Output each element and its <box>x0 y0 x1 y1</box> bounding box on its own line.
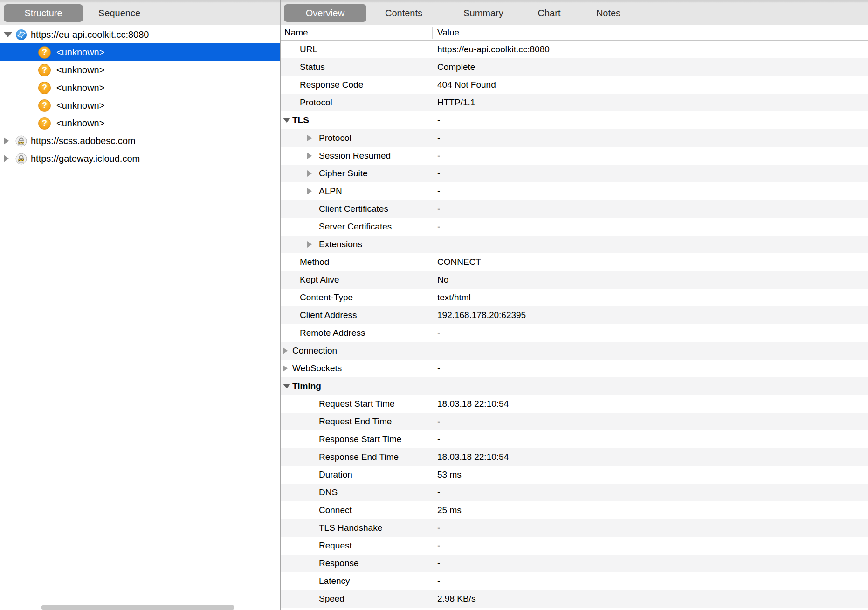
table-row[interactable]: Remote Address - <box>281 324 868 342</box>
table-row[interactable]: TLS - <box>281 111 868 129</box>
disclosure-triangle-icon[interactable] <box>307 135 315 141</box>
row-value: Complete <box>437 62 868 72</box>
row-value: HTTP/1.1 <box>437 97 868 108</box>
table-row[interactable]: Response End Time 18.03.18 22:10:54 <box>281 448 868 466</box>
table-row[interactable]: Kept Alive No <box>281 271 868 289</box>
table-row[interactable]: TLS Handshake - <box>281 519 868 537</box>
table-row[interactable]: Duration 53 ms <box>281 466 868 484</box>
row-name: Protocol <box>319 133 351 143</box>
table-row[interactable]: Server Certificates - <box>281 218 868 236</box>
disclosure-triangle-icon[interactable] <box>307 152 315 159</box>
tree-item-request[interactable]: ? <unknown> <box>0 61 280 79</box>
table-row[interactable]: Request End Time - <box>281 413 868 430</box>
disclosure-triangle-icon[interactable] <box>307 241 315 248</box>
table-row[interactable]: DNS - <box>281 484 868 501</box>
column-header-value[interactable]: Value <box>437 28 459 38</box>
row-name: Connect <box>319 505 352 515</box>
row-value: CONNECT <box>437 257 868 267</box>
row-value: 53 ms <box>437 470 868 480</box>
table-row[interactable]: WebSockets - <box>281 360 868 377</box>
table-row[interactable]: Response Start Time - <box>281 430 868 448</box>
globe-network-icon <box>15 29 27 41</box>
row-value: - <box>437 133 868 143</box>
row-name: Client Certificates <box>319 204 388 214</box>
table-row[interactable]: Cipher Suite - <box>281 165 868 182</box>
tab-structure[interactable]: Structure <box>4 4 83 22</box>
table-row[interactable]: Session Resumed - <box>281 147 868 165</box>
tree-item-request[interactable]: ? <unknown> <box>0 114 280 132</box>
table-row[interactable]: Status Complete <box>281 58 868 76</box>
tab-chart[interactable]: Chart <box>530 4 568 22</box>
tree-item-label: <unknown> <box>56 65 104 76</box>
tree-item-label: <unknown> <box>56 118 104 129</box>
overview-panel: Name Value URL https://eu-api.coolkit.cc… <box>281 26 868 610</box>
disclosure-triangle-icon[interactable] <box>283 118 290 123</box>
row-value: - <box>437 222 868 232</box>
row-name: TLS Handshake <box>319 523 382 533</box>
toolbar: Structure Sequence Overview Contents Sum… <box>0 0 868 25</box>
disclosure-triangle-icon[interactable] <box>307 170 315 177</box>
table-row[interactable]: Speed 2.98 KB/s <box>281 590 868 608</box>
disclosure-triangle-icon[interactable] <box>283 347 290 354</box>
tree-item-request[interactable]: ? <unknown> <box>0 43 280 61</box>
row-value: 25 ms <box>437 505 868 515</box>
table-row[interactable]: Client Address 192.168.178.20:62395 <box>281 306 868 324</box>
table-row[interactable]: Timing <box>281 377 868 395</box>
tree-item-request[interactable]: ? <unknown> <box>0 97 280 114</box>
table-row[interactable]: Latency - <box>281 572 868 590</box>
column-header-name[interactable]: Name <box>284 28 308 38</box>
table-row[interactable]: Request Start Time 18.03.18 22:10:54 <box>281 395 868 413</box>
row-value: - <box>437 115 868 125</box>
table-row[interactable]: Response Code 404 Not Found <box>281 76 868 94</box>
tab-sequence[interactable]: Sequence <box>94 4 145 22</box>
row-name: Request <box>319 541 352 551</box>
row-value: - <box>437 434 868 444</box>
disclosure-triangle-icon[interactable] <box>4 32 12 37</box>
table-row[interactable]: Response - <box>281 555 868 572</box>
tree-item-host[interactable]: https://scss.adobesc.com <box>0 132 280 150</box>
row-name: DNS <box>319 487 338 498</box>
disclosure-triangle-icon[interactable] <box>4 155 12 162</box>
disclosure-triangle-icon[interactable] <box>307 188 315 194</box>
row-name: Connection <box>292 346 337 356</box>
tab-summary[interactable]: Summary <box>455 4 511 22</box>
table-row[interactable]: Content-Type text/html <box>281 289 868 306</box>
table-row[interactable]: Protocol HTTP/1.1 <box>281 94 868 111</box>
table-row[interactable]: Request - <box>281 537 868 555</box>
panel-divider[interactable] <box>280 0 281 610</box>
disclosure-triangle-icon[interactable] <box>283 384 290 388</box>
table-row[interactable]: Client Certificates - <box>281 200 868 218</box>
tab-notes[interactable]: Notes <box>590 4 627 22</box>
tree-item-label: https://gateway.icloud.com <box>31 153 140 164</box>
row-value: text/html <box>437 292 868 303</box>
disclosure-triangle-icon[interactable] <box>283 365 290 372</box>
tab-contents[interactable]: Contents <box>378 4 429 22</box>
horizontal-scrollbar-thumb[interactable] <box>41 605 234 610</box>
table-row[interactable]: Protocol - <box>281 129 868 147</box>
question-icon: ? <box>38 64 51 76</box>
row-value: - <box>437 204 868 214</box>
tree-item-host[interactable]: https://eu-api.coolkit.cc:8080 <box>0 26 280 43</box>
row-name: Remote Address <box>300 328 365 338</box>
table-row[interactable]: Connect 25 ms <box>281 501 868 519</box>
row-name: Status <box>300 62 325 72</box>
row-value: - <box>437 576 868 586</box>
table-row[interactable]: URL https://eu-api.coolkit.cc:8080 <box>281 41 868 58</box>
table-row[interactable]: Method CONNECT <box>281 253 868 271</box>
row-name: Extensions <box>319 239 362 250</box>
column-resize-handle[interactable] <box>432 27 433 39</box>
tab-overview[interactable]: Overview <box>284 4 366 22</box>
row-value: No <box>437 275 868 285</box>
tree-item-request[interactable]: ? <unknown> <box>0 79 280 97</box>
disclosure-triangle-icon[interactable] <box>4 137 12 145</box>
tree-item-host[interactable]: https://gateway.icloud.com <box>0 150 280 167</box>
row-name: Kept Alive <box>300 275 339 285</box>
question-icon: ? <box>38 99 51 112</box>
row-value: - <box>437 186 868 196</box>
table-row[interactable]: Extensions <box>281 236 868 253</box>
table-row[interactable]: Connection <box>281 342 868 360</box>
table-row[interactable]: ALPN - <box>281 182 868 200</box>
row-value: - <box>437 541 868 551</box>
row-name: Duration <box>319 470 352 480</box>
row-value: - <box>437 416 868 427</box>
